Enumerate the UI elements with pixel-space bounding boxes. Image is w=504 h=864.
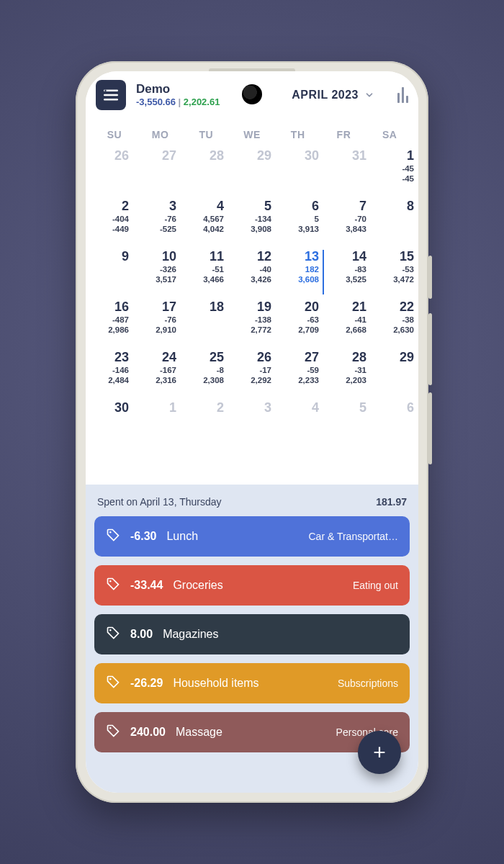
add-transaction-fab[interactable]: + (358, 731, 401, 774)
calendar-cell[interactable]: 9 (86, 247, 133, 297)
transactions-heading-amount: 181.97 (376, 496, 407, 508)
calendar-cell[interactable]: 28 (181, 146, 228, 197)
calendar-cell[interactable]: 26 (86, 146, 133, 197)
transaction-amount: -26.29 (130, 677, 163, 690)
calendar-cell[interactable]: 26-172,292 (228, 348, 276, 398)
calendar-day-number: 13 (277, 250, 319, 263)
tag-icon (106, 528, 120, 545)
calendar-cell[interactable]: 21-412,668 (323, 297, 371, 348)
calendar-day-number: 2 (87, 199, 129, 212)
calendar-cell[interactable]: 3-76-525 (133, 197, 181, 247)
calendar-cell[interactable]: 17-762,910 (133, 297, 181, 348)
calendar-cell[interactable]: 30 (276, 146, 323, 197)
transaction-item[interactable]: -6.30LunchCar & Transportat… (94, 516, 410, 557)
calendar-day-number: 5 (325, 401, 366, 414)
calendar-cell[interactable]: 8 (371, 197, 418, 247)
calendar-day-number: 3 (135, 199, 176, 212)
calendar-cell[interactable]: 11-513,466 (181, 247, 228, 297)
transaction-name: Magazines (163, 628, 218, 641)
calendar-day-number: 26 (87, 149, 129, 162)
svg-point-7 (109, 678, 112, 680)
calendar-cell[interactable]: 15-533,472 (371, 247, 418, 297)
calendar-day-values: -1343,908 (230, 214, 271, 235)
calendar-day-number: 19 (230, 300, 271, 313)
calendar-day-values: -76-525 (135, 214, 176, 235)
calendar-cell[interactable]: 2 (181, 398, 228, 449)
menu-button[interactable] (96, 80, 126, 110)
calendar-day-number: 12 (230, 250, 271, 263)
calendar-dow: WE (229, 129, 275, 140)
calendar-cell[interactable]: 29 (228, 146, 276, 197)
calendar-day-values: -703,843 (325, 214, 366, 235)
calendar-day-values: -412,668 (325, 315, 366, 336)
calendar-day-number: 5 (230, 199, 271, 212)
calendar-cell[interactable]: 10-3263,517 (133, 247, 181, 297)
phone-side-button (428, 256, 432, 299)
stats-button[interactable] (397, 87, 408, 103)
calendar-cell[interactable]: 131823,608 (276, 247, 323, 297)
calendar-day-number: 10 (135, 250, 176, 263)
calendar-cell[interactable]: 24-1672,316 (133, 348, 181, 398)
calendar-day-number: 27 (135, 149, 176, 162)
calendar-cell[interactable]: 22-382,630 (371, 297, 418, 348)
calendar-day-number: 2 (182, 401, 224, 414)
calendar-cell[interactable]: 20-632,709 (276, 297, 323, 348)
calendar-cell[interactable]: 2-404-449 (86, 197, 133, 247)
phone-frame: Demo -3,550.66 | 2,202.61 APRIL 2023 SUM… (76, 61, 428, 803)
calendar-dow: SA (366, 129, 413, 140)
calendar-day-number: 16 (87, 300, 129, 313)
month-label: APRIL 2023 (292, 89, 359, 102)
calendar-day-values: -312,203 (325, 365, 366, 386)
calendar-cell[interactable]: 1-45-45 (371, 146, 418, 197)
calendar-cell[interactable]: 27 (133, 146, 181, 197)
calendar-cell[interactable]: 25-82,308 (181, 348, 228, 398)
transaction-item[interactable]: -33.44GroceriesEating out (94, 565, 410, 606)
balance-negative: -3,550.66 (136, 96, 176, 107)
calendar-cell[interactable]: 3 (228, 398, 276, 449)
calendar-cell[interactable]: 653,913 (276, 197, 323, 247)
calendar-cell[interactable]: 16-4872,986 (86, 297, 133, 348)
calendar-cell[interactable]: 19-1382,772 (228, 297, 276, 348)
transactions-heading: Spent on April 13, Thursday 181.97 (94, 496, 410, 516)
calendar-day-number: 14 (325, 250, 366, 263)
calendar-cell[interactable]: 14-833,525 (323, 247, 371, 297)
calendar-cell[interactable]: 23-1462,484 (86, 348, 133, 398)
month-picker[interactable]: APRIL 2023 (292, 89, 374, 102)
calendar-day-number: 28 (325, 351, 366, 364)
calendar-cell[interactable]: 5 (323, 398, 371, 449)
calendar-day-number: 25 (182, 351, 224, 364)
calendar-cell[interactable]: 30 (86, 398, 133, 449)
calendar-day-values: -1382,772 (230, 315, 271, 336)
transaction-item[interactable]: 8.00Magazines (94, 614, 410, 654)
calendar-cell[interactable]: 4 (276, 398, 323, 449)
calendar-cell[interactable]: 12-403,426 (228, 247, 276, 297)
calendar-dow: MO (138, 129, 184, 140)
calendar-day-number: 26 (230, 351, 271, 364)
calendar-cell[interactable]: 31 (323, 146, 371, 197)
transaction-category: Car & Transportat… (309, 531, 399, 542)
calendar-dow: SU (91, 129, 138, 140)
calendar-cell[interactable]: 1 (133, 398, 181, 449)
transaction-category: Subscriptions (338, 678, 398, 689)
calendar-day-number: 27 (277, 351, 319, 364)
calendar-day-values: 1823,608 (277, 264, 319, 285)
calendar-day-number: 4 (277, 401, 319, 414)
calendar-cell[interactable]: 27-592,233 (276, 348, 323, 398)
balance-positive: 2,202.61 (184, 96, 220, 107)
calendar-cell[interactable]: 7-703,843 (323, 197, 371, 247)
calendar-dow: TU (183, 129, 229, 140)
tag-icon (106, 675, 120, 692)
calendar-cell[interactable]: 28-312,203 (323, 348, 371, 398)
calendar-day-number: 8 (372, 199, 414, 212)
calendar-cell[interactable]: 5-1343,908 (228, 197, 276, 247)
transaction-item[interactable]: -26.29Household itemsSubscriptions (94, 663, 410, 703)
calendar-day-number: 3 (230, 401, 271, 414)
transaction-name: Household items (173, 677, 258, 690)
account-summary[interactable]: Demo -3,550.66 | 2,202.61 (136, 82, 220, 108)
calendar-cell[interactable]: 29 (371, 348, 418, 398)
calendar-cell[interactable]: 44,5674,042 (181, 197, 228, 247)
calendar-cell[interactable]: 6 (371, 398, 418, 449)
calendar-day-number: 18 (182, 300, 224, 313)
calendar-day-number: 1 (372, 149, 414, 162)
calendar-cell[interactable]: 18 (181, 297, 228, 348)
